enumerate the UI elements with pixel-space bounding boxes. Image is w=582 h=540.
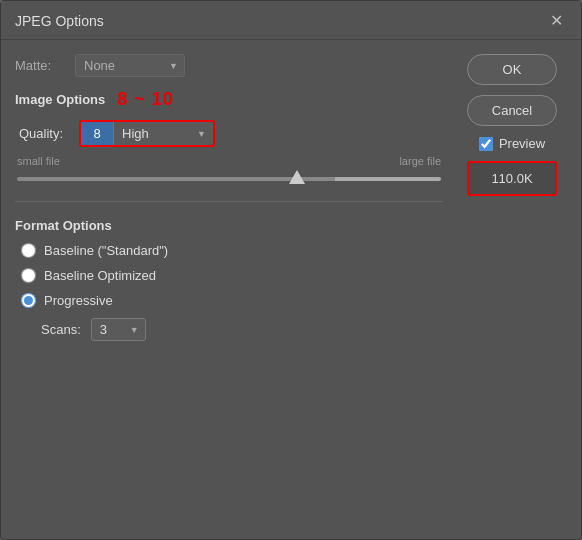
matte-row: Matte: None <box>15 54 443 77</box>
radio-baseline-standard[interactable] <box>21 243 36 258</box>
file-size-display: 110.0K <box>467 161 557 196</box>
radio-row-progressive: Progressive <box>15 293 443 308</box>
left-panel: Matte: None Image Options 8 ~ 10 Quality… <box>15 54 443 525</box>
dialog-title: JPEG Options <box>15 13 104 29</box>
scans-label: Scans: <box>41 322 81 337</box>
quality-slider[interactable] <box>17 177 441 181</box>
title-bar: JPEG Options ✕ <box>1 1 581 40</box>
quality-row: Quality: Low Medium High Maximum <box>15 120 443 147</box>
radio-progressive[interactable] <box>21 293 36 308</box>
quality-input[interactable] <box>81 122 113 145</box>
format-options-title: Format Options <box>15 218 443 233</box>
quality-dropdown-wrapper: Low Medium High Maximum <box>113 122 213 145</box>
close-button[interactable]: ✕ <box>546 11 567 31</box>
dialog-body: Matte: None Image Options 8 ~ 10 Quality… <box>1 40 581 539</box>
section-divider <box>15 201 443 202</box>
range-hint: 8 ~ 10 <box>117 89 174 110</box>
slider-max-label: large file <box>399 155 441 167</box>
scans-row: Scans: 2 3 4 5 <box>15 318 443 341</box>
preview-checkbox[interactable] <box>479 137 493 151</box>
quality-group: Low Medium High Maximum <box>79 120 215 147</box>
preview-label[interactable]: Preview <box>499 136 545 151</box>
preview-row: Preview <box>479 136 545 151</box>
slider-labels: small file large file <box>15 155 443 167</box>
image-options-title: Image Options <box>15 92 105 107</box>
radio-row-baseline-standard: Baseline ("Standard") <box>15 243 443 258</box>
slider-container <box>15 167 443 185</box>
ok-button[interactable]: OK <box>467 54 557 85</box>
radio-label-baseline-optimized[interactable]: Baseline Optimized <box>44 268 156 283</box>
matte-select[interactable]: None <box>75 54 185 77</box>
cancel-button[interactable]: Cancel <box>467 95 557 126</box>
quality-label: Quality: <box>19 126 71 141</box>
quality-select[interactable]: Low Medium High Maximum <box>113 122 213 145</box>
matte-label: Matte: <box>15 58 65 73</box>
jpeg-options-dialog: JPEG Options ✕ Matte: None Image Options… <box>0 0 582 540</box>
scans-select[interactable]: 2 3 4 5 <box>91 318 146 341</box>
right-panel: OK Cancel Preview 110.0K <box>457 54 567 525</box>
matte-select-wrapper: None <box>75 54 185 77</box>
radio-label-progressive[interactable]: Progressive <box>44 293 113 308</box>
radio-baseline-optimized[interactable] <box>21 268 36 283</box>
image-options-header: Image Options 8 ~ 10 <box>15 89 443 110</box>
scans-select-wrapper: 2 3 4 5 <box>91 318 146 341</box>
slider-min-label: small file <box>17 155 60 167</box>
image-options-section: Image Options 8 ~ 10 Quality: Low Medium… <box>15 89 443 185</box>
radio-label-baseline-standard[interactable]: Baseline ("Standard") <box>44 243 168 258</box>
format-options-section: Format Options Baseline ("Standard") Bas… <box>15 218 443 341</box>
radio-row-baseline-optimized: Baseline Optimized <box>15 268 443 283</box>
